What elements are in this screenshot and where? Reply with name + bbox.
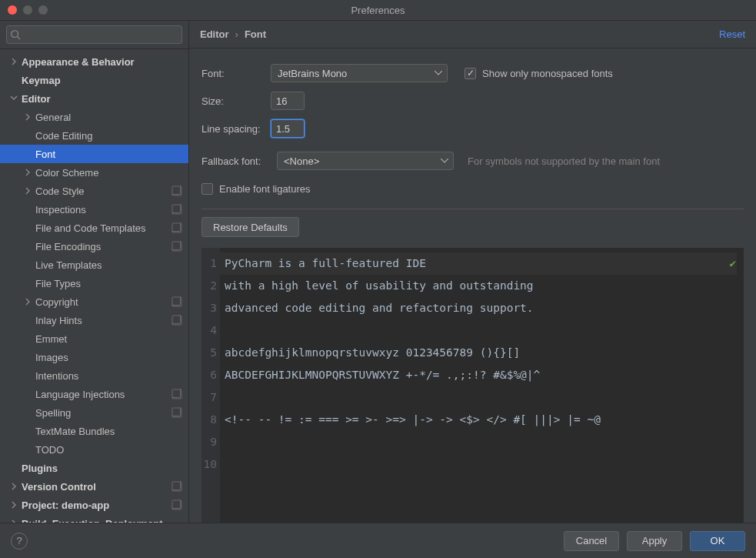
tree-arrow-icon (23, 187, 32, 195)
tree-arrow-icon (9, 501, 18, 509)
ligatures-checkbox[interactable]: Enable font ligatures (201, 183, 311, 195)
tree-item-textmate-bundles[interactable]: TextMate Bundles (0, 422, 188, 440)
apply-button[interactable]: Apply (627, 531, 682, 551)
window-minimize-button[interactable] (23, 5, 32, 15)
help-button[interactable]: ? (11, 533, 28, 550)
divider (201, 209, 744, 209)
line-number: 5 (201, 342, 217, 364)
chevron-right-icon: › (235, 28, 238, 40)
preview-line (225, 319, 737, 342)
tree-item-label: Images (35, 352, 188, 363)
tree-item-copyright[interactable]: Copyright (0, 292, 188, 311)
profile-scope-icon (172, 315, 182, 326)
tree-item-label: TextMate Bundles (35, 426, 188, 437)
tree-item-font[interactable]: Font (0, 145, 188, 163)
tree-item-inlay-hints[interactable]: Inlay Hints (0, 311, 188, 329)
tree-item-spelling[interactable]: Spelling (0, 403, 188, 422)
tree-arrow-icon (9, 483, 18, 490)
size-input[interactable] (271, 92, 305, 110)
tree-item-emmet[interactable]: Emmet (0, 329, 188, 348)
profile-scope-icon (172, 500, 182, 510)
titlebar: Preferences (0, 0, 756, 21)
preview-line (225, 386, 737, 409)
svg-rect-21 (172, 500, 181, 509)
profile-scope-icon (172, 296, 182, 307)
tree-item-code-style[interactable]: Code Style (0, 182, 188, 200)
preview-line: PyCharm is a full-featured IDE (220, 252, 737, 275)
restore-defaults-button[interactable]: Restore Defaults (201, 217, 299, 237)
linespacing-input[interactable] (271, 119, 305, 138)
tree-item-images[interactable]: Images (0, 348, 188, 366)
tree-item-file-encodings[interactable]: File Encodings (0, 237, 188, 256)
size-label: Size: (201, 95, 271, 107)
tree-item-file-types[interactable]: File Types (0, 274, 188, 292)
tree-item-label: Spelling (35, 407, 172, 419)
preview-line (225, 431, 737, 453)
tree-item-inspections[interactable]: Inspections (0, 200, 188, 219)
svg-rect-3 (172, 185, 181, 195)
ok-button[interactable]: OK (690, 531, 745, 551)
svg-rect-19 (172, 481, 181, 490)
window-close-button[interactable] (8, 5, 17, 15)
tree-item-label: Color Scheme (35, 167, 188, 179)
tree-item-live-templates[interactable]: Live Templates (0, 256, 188, 274)
tree-item-label: File Types (35, 278, 188, 289)
search-input[interactable] (6, 25, 182, 44)
search-icon (10, 29, 21, 40)
settings-tree[interactable]: Appearance & BehaviorKeymapEditorGeneral… (0, 49, 188, 523)
tree-item-label: Appearance & Behavior (22, 56, 188, 68)
tree-item-todo[interactable]: TODO (0, 440, 188, 459)
font-select[interactable]: JetBrains Mono (271, 64, 448, 82)
tree-item-label: Code Editing (35, 130, 188, 142)
tree-item-project-demo-app[interactable]: Project: demo-app (0, 496, 188, 514)
show-monospaced-checkbox[interactable]: Show only monospaced fonts (465, 68, 613, 79)
tree-item-language-injections[interactable]: Language Injections (0, 385, 188, 403)
tree-item-keymap[interactable]: Keymap (0, 71, 188, 89)
tree-item-version-control[interactable]: Version Control (0, 477, 188, 496)
tree-item-label: Intentions (35, 370, 188, 382)
tree-item-editor[interactable]: Editor (0, 89, 188, 108)
window-maximize-button[interactable] (38, 5, 48, 15)
tree-arrow-icon (9, 58, 18, 65)
tree-item-label: Plugins (22, 463, 188, 474)
fallback-hint: For symbols not supported by the main fo… (468, 155, 660, 167)
dialog-footer: ? Cancel Apply OK (0, 523, 756, 558)
svg-rect-13 (172, 315, 181, 324)
tree-item-label: File and Code Templates (35, 222, 172, 234)
tree-item-intentions[interactable]: Intentions (0, 366, 188, 385)
reset-link[interactable]: Reset (719, 28, 745, 40)
tree-item-color-scheme[interactable]: Color Scheme (0, 163, 188, 182)
tree-item-label: Inlay Hints (35, 315, 172, 326)
window-title: Preferences (0, 5, 756, 16)
fallback-select[interactable]: <None> (277, 152, 454, 170)
profile-scope-icon (172, 389, 182, 399)
tree-arrow-icon (23, 113, 32, 121)
tree-item-file-and-code-templates[interactable]: File and Code Templates (0, 219, 188, 237)
svg-rect-11 (172, 296, 181, 306)
tree-item-label: Copyright (35, 296, 172, 308)
line-number: 3 (201, 297, 217, 319)
tree-item-code-editing[interactable]: Code Editing (0, 126, 188, 145)
tree-item-appearance-behavior[interactable]: Appearance & Behavior (0, 52, 188, 71)
preview-line: with a high level of usability and outst… (225, 275, 737, 297)
profile-scope-icon (172, 407, 182, 418)
tree-item-label: Editor (22, 93, 188, 105)
tree-arrow-icon (9, 520, 18, 523)
cancel-button[interactable]: Cancel (564, 531, 619, 551)
profile-scope-icon (172, 222, 182, 233)
breadcrumb-leaf: Font (245, 28, 266, 40)
tree-item-build-execution-deployment[interactable]: Build, Execution, Deployment (0, 514, 188, 523)
font-select-value: JetBrains Mono (278, 68, 347, 79)
tree-item-general[interactable]: General (0, 108, 188, 126)
sidebar: Appearance & BehaviorKeymapEditorGeneral… (0, 21, 189, 523)
chevron-down-icon (435, 71, 442, 75)
tree-arrow-icon (9, 95, 18, 102)
line-number: 10 (201, 453, 217, 476)
show-monospaced-label: Show only monospaced fonts (482, 68, 613, 79)
tree-item-label: Inspections (35, 204, 172, 216)
breadcrumb-root: Editor (200, 28, 229, 40)
fallback-select-value: <None> (284, 155, 319, 167)
breadcrumb: Editor › Font Reset (189, 21, 756, 48)
tree-item-plugins[interactable]: Plugins (0, 459, 188, 477)
profile-scope-icon (172, 185, 182, 196)
